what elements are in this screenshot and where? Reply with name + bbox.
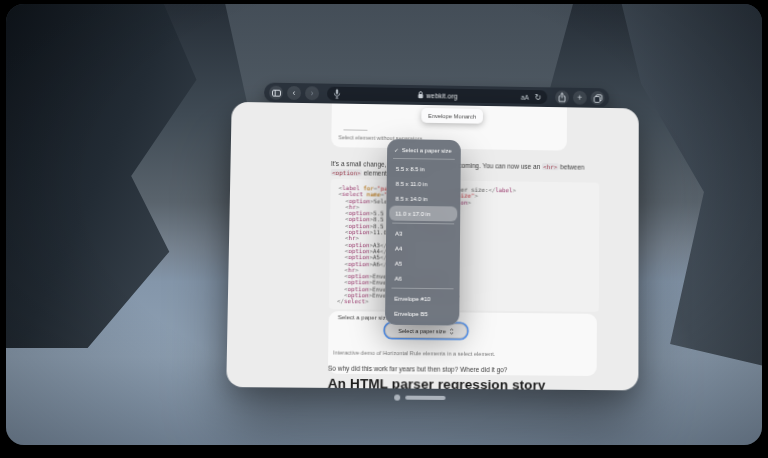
microphone-icon — [333, 88, 341, 99]
code-line: </select> — [337, 298, 591, 307]
share-icon — [558, 92, 566, 102]
popup-item[interactable]: 8.5 x 14.0 in — [389, 191, 457, 207]
screenshot-stage: ‹ › webkit.org aA ↻ + Envelope Monarch — [0, 0, 768, 458]
sidebar-button[interactable] — [269, 86, 283, 100]
safari-scene: ‹ › webkit.org aA ↻ + Envelope Monarch — [205, 76, 644, 415]
plus-icon: + — [577, 93, 582, 102]
url-center: webkit.org — [327, 90, 547, 102]
inline-code: <option> — [331, 169, 362, 176]
popup-header-label: Select a paper size — [402, 147, 452, 154]
envelope-monarch-button[interactable]: Envelope Monarch — [421, 108, 483, 124]
forward-icon: › — [310, 89, 313, 98]
popup-list: 5.5 x 8.5 in8.5 x 11.0 in8.5 x 14.0 in11… — [388, 161, 458, 322]
inline-code: <hr> — [542, 163, 558, 170]
tabs-icon — [593, 94, 602, 103]
url-field[interactable]: webkit.org aA ↻ — [327, 87, 547, 104]
popup-separator — [392, 223, 454, 225]
select-value: Select a paper size — [398, 327, 446, 334]
popup-item[interactable]: Envelope #10 — [388, 291, 456, 307]
tabs-button[interactable] — [591, 91, 605, 105]
hr-divider — [343, 129, 367, 130]
popup-item[interactable]: A5 — [389, 256, 457, 272]
popup-item[interactable]: A4 — [389, 241, 457, 257]
padlock-icon — [417, 91, 423, 99]
back-icon: ‹ — [292, 88, 295, 97]
forward-button[interactable]: › — [305, 86, 319, 100]
popup-item[interactable]: A3 — [389, 226, 457, 242]
paragraph-text: between — [558, 163, 584, 170]
popup-item[interactable]: 11.0 x 17.0 in — [389, 206, 457, 222]
popup-header[interactable]: ✓ Select a paper size — [390, 143, 458, 157]
select-label: Select a paper size: — [338, 314, 391, 321]
popup-item[interactable]: 8.5 x 11.0 in — [390, 176, 458, 192]
reader-button[interactable]: aA — [521, 93, 529, 100]
reload-button[interactable]: ↻ — [535, 93, 542, 102]
chevron-up-down-icon — [449, 327, 454, 335]
share-button[interactable] — [555, 90, 569, 104]
envelope-monarch-label: Envelope Monarch — [428, 112, 476, 119]
url-text: webkit.org — [426, 92, 457, 99]
new-tab-button[interactable]: + — [573, 91, 587, 105]
code-block: <label for="papersize">Select a paper si… — [329, 179, 599, 312]
popup-item[interactable]: 5.5 x 8.5 in — [390, 161, 458, 177]
intro-paragraph: It's a small change, but it's been a lon… — [331, 159, 601, 181]
article-heading: An HTML parser regression story — [328, 376, 546, 391]
demo2-caption: Interactive demo of Horizontal Rule elem… — [333, 349, 495, 357]
popup-item[interactable]: A6 — [388, 271, 456, 287]
popup-separator — [393, 158, 455, 160]
code-lines: <label for="papersize">Select a paper si… — [337, 185, 591, 307]
back-button[interactable]: ‹ — [287, 86, 301, 100]
sidebar-icon — [271, 89, 280, 96]
check-icon: ✓ — [394, 147, 399, 153]
paper-size-popup: ✓ Select a paper size 5.5 x 8.5 in8.5 x … — [385, 139, 461, 325]
window-drag-handle[interactable] — [405, 396, 445, 400]
popup-item[interactable]: Envelope B5 — [388, 306, 456, 322]
popup-separator — [391, 288, 453, 290]
window-close-button[interactable] — [394, 395, 400, 401]
